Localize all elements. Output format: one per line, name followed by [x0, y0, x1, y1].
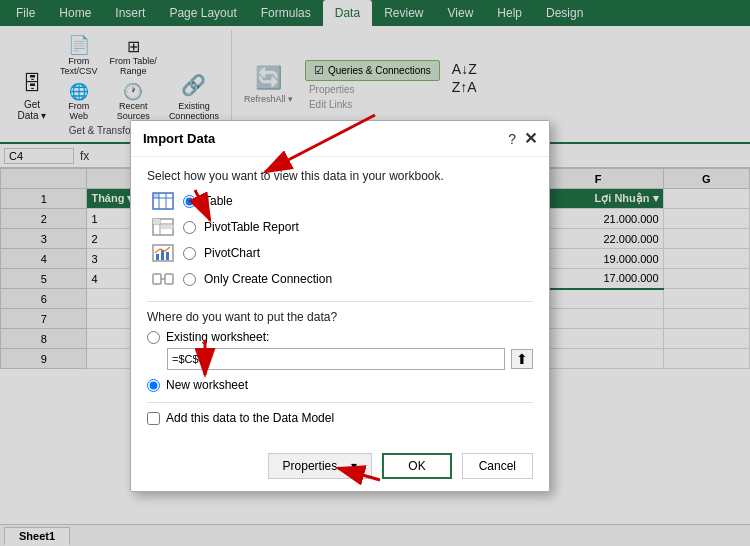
collapse-button[interactable]: ⬆	[511, 349, 533, 369]
ok-button[interactable]: OK	[382, 453, 451, 479]
svg-rect-14	[166, 252, 169, 260]
option-pivotchart[interactable]: PivotChart	[151, 243, 533, 263]
dialog-close-button[interactable]: ✕	[524, 129, 537, 148]
svg-rect-9	[153, 219, 160, 224]
table-radio[interactable]	[183, 195, 196, 208]
table-label: Table	[204, 194, 233, 208]
dialog-title-text: Import Data	[143, 131, 215, 146]
svg-rect-13	[161, 250, 164, 260]
dialog-footer: Properties... ▾ OK Cancel	[131, 445, 549, 491]
cancel-button[interactable]: Cancel	[462, 453, 533, 479]
pivottable-radio[interactable]	[183, 221, 196, 234]
data-model-row: Add this data to the Data Model	[147, 411, 533, 425]
connection-only-radio[interactable]	[183, 273, 196, 286]
option-pivottable[interactable]: PivotTable Report	[151, 217, 533, 237]
properties-button[interactable]: Properties... ▾	[268, 453, 373, 479]
svg-rect-5	[153, 193, 159, 198]
dropdown-arrow-icon: ▾	[351, 459, 357, 473]
pivotchart-radio[interactable]	[183, 247, 196, 260]
option-connection-only[interactable]: Only Create Connection	[151, 269, 533, 289]
dialog-help-button[interactable]: ?	[508, 131, 516, 147]
svg-rect-10	[161, 225, 173, 229]
svg-rect-12	[156, 254, 159, 260]
divider-2	[147, 402, 533, 403]
connection-only-icon	[151, 269, 175, 289]
existing-worksheet-input[interactable]	[167, 348, 505, 370]
collapse-icon: ⬆	[516, 351, 528, 367]
table-icon	[151, 191, 175, 211]
existing-worksheet-radio-row: Existing worksheet:	[147, 330, 533, 344]
new-worksheet-label: New worksheet	[166, 378, 248, 392]
option-table[interactable]: Table	[151, 191, 533, 211]
dialog-title-bar: Import Data ? ✕	[131, 121, 549, 157]
data-model-label: Add this data to the Data Model	[166, 411, 334, 425]
dialog-title-actions: ? ✕	[508, 129, 537, 148]
worksheet-section: Where do you want to put the data? Exist…	[147, 310, 533, 392]
dialog-body: Select how you want to view this data in…	[131, 157, 549, 445]
data-model-checkbox[interactable]	[147, 412, 160, 425]
divider-1	[147, 301, 533, 302]
existing-worksheet-label: Existing worksheet:	[166, 330, 269, 344]
pivottable-label: PivotTable Report	[204, 220, 299, 234]
pivotchart-label: PivotChart	[204, 246, 260, 260]
pivotchart-icon	[151, 243, 175, 263]
new-worksheet-radio[interactable]	[147, 379, 160, 392]
new-worksheet-row: New worksheet	[147, 378, 533, 392]
svg-rect-15	[153, 274, 161, 284]
existing-worksheet-radio[interactable]	[147, 331, 160, 344]
view-options-group: Table PivotTable Report	[151, 191, 533, 289]
dialog-view-label: Select how you want to view this data in…	[147, 169, 533, 183]
import-data-dialog: Import Data ? ✕ Select how you want to v…	[130, 120, 550, 492]
existing-worksheet-row: ⬆	[167, 348, 533, 370]
where-label: Where do you want to put the data?	[147, 310, 533, 324]
pivottable-icon	[151, 217, 175, 237]
svg-rect-16	[165, 274, 173, 284]
connection-only-label: Only Create Connection	[204, 272, 332, 286]
